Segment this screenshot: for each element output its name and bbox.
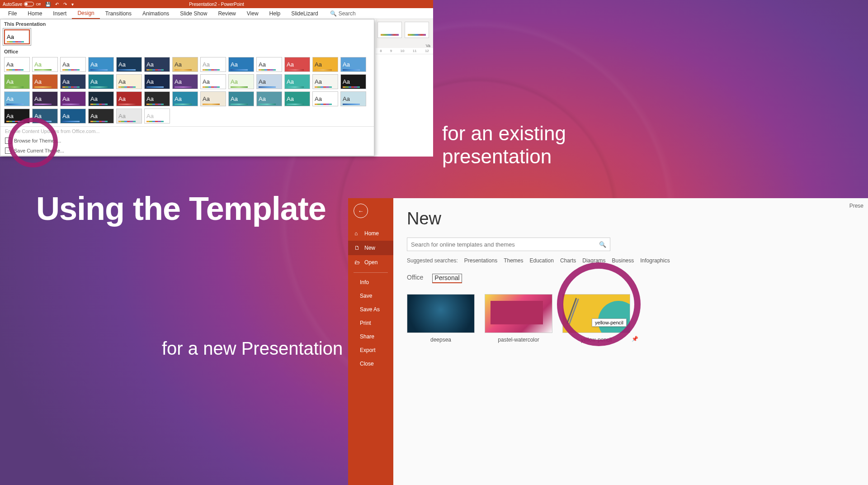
pin-icon[interactable]: 📌 (632, 336, 638, 342)
ribbon-tab-file[interactable]: File (3, 9, 22, 19)
browse-for-themes-item[interactable]: ▫ Browse for Themes... (0, 136, 374, 146)
theme-sample-text: Aa (259, 96, 282, 102)
theme-thumb[interactable]: Aa (60, 109, 86, 124)
template-yellow-pencil[interactable]: yellow-pencilyellow-pencil📌 (562, 294, 630, 343)
theme-thumb[interactable]: Aa (116, 109, 142, 124)
qat-more-icon[interactable]: ▾ (71, 2, 74, 7)
nav-info[interactable]: Info (348, 276, 393, 289)
suggested-search-education[interactable]: Education (530, 257, 554, 264)
theme-thumb[interactable]: Aa (4, 91, 30, 106)
theme-thumb[interactable]: Aa (284, 91, 310, 106)
theme-thumb[interactable]: Aa (144, 109, 170, 124)
theme-thumb[interactable]: Aa (228, 57, 254, 72)
theme-thumb[interactable]: Aa (340, 74, 366, 89)
search-icon[interactable]: 🔍 (599, 241, 606, 248)
theme-thumb[interactable]: Aa (88, 109, 114, 124)
theme-thumb[interactable]: Aa (4, 74, 30, 89)
theme-thumb[interactable]: Aa (116, 74, 142, 89)
ribbon-tab-animations[interactable]: Animations (137, 9, 175, 19)
ribbon-tab-help[interactable]: Help (264, 9, 286, 19)
theme-thumb[interactable]: Aa (256, 57, 282, 72)
theme-thumb[interactable]: Aa (256, 74, 282, 89)
theme-thumb[interactable]: Aa (144, 91, 170, 106)
suggested-search-diagrams[interactable]: Diagrams (582, 257, 605, 264)
ribbon-tab-view[interactable]: View (241, 9, 264, 19)
undo-icon[interactable]: ↶ (55, 2, 59, 7)
suggested-search-infographics[interactable]: Infographics (640, 257, 670, 264)
template-search[interactable]: 🔍 (407, 238, 610, 251)
nav-share[interactable]: Share (348, 330, 393, 343)
suggested-search-charts[interactable]: Charts (560, 257, 576, 264)
theme-thumb[interactable]: Aa (32, 109, 58, 124)
theme-thumb[interactable]: Aa (60, 74, 86, 89)
theme-thumb[interactable]: Aa (284, 74, 310, 89)
theme-thumb[interactable]: Aa (172, 91, 198, 106)
nav-print[interactable]: Print (348, 316, 393, 330)
theme-thumb[interactable]: Aa (340, 57, 366, 72)
search-input[interactable] (411, 241, 599, 248)
theme-thumb[interactable]: Aa (284, 57, 310, 72)
back-button[interactable]: ← (354, 204, 368, 218)
nav-open[interactable]: 🗁 Open (348, 255, 393, 270)
theme-thumb[interactable]: Aa (312, 57, 338, 72)
theme-thumb[interactable]: Aa (4, 57, 30, 72)
suggested-search-presentations[interactable]: Presentations (464, 257, 497, 264)
suggested-search-business[interactable]: Business (612, 257, 634, 264)
template-thumb (562, 294, 630, 333)
theme-thumb[interactable]: Aa (144, 57, 170, 72)
theme-thumb[interactable]: Aa (60, 91, 86, 106)
theme-thumb[interactable]: Aa (32, 91, 58, 106)
theme-thumb[interactable]: Aa (228, 91, 254, 106)
ribbon-tab-review[interactable]: Review (212, 9, 241, 19)
ribbon-tab-insert[interactable]: Insert (47, 9, 72, 19)
theme-thumb[interactable]: Aa (172, 57, 198, 72)
theme-thumb[interactable]: Aa (88, 57, 114, 72)
theme-thumb[interactable]: Aa (200, 91, 226, 106)
nav-save[interactable]: Save (348, 289, 393, 303)
save-icon[interactable]: 💾 (45, 2, 51, 7)
tab-office[interactable]: Office (407, 274, 423, 283)
theme-thumb[interactable]: Aa (312, 74, 338, 89)
save-current-theme-item[interactable]: ▫ Save Current Theme... (0, 146, 374, 156)
nav-saveas[interactable]: Save As (348, 303, 393, 316)
nav-close[interactable]: Close (348, 357, 393, 371)
theme-thumb[interactable]: Aa (4, 109, 30, 124)
template-deepsea[interactable]: deepsea (407, 294, 475, 343)
ribbon-tab-slidelizard[interactable]: SlideLizard (286, 9, 323, 19)
theme-thumb[interactable]: Aa (340, 91, 366, 106)
ribbon-tab-design[interactable]: Design (72, 8, 99, 19)
autosave-toggle[interactable]: AutoSave Off (3, 2, 41, 7)
ribbon-search[interactable]: 🔍Search (330, 10, 356, 17)
ribbon-tab-transitions[interactable]: Transitions (100, 9, 137, 19)
theme-thumb[interactable]: Aa (32, 74, 58, 89)
theme-thumb[interactable]: Aa (172, 74, 198, 89)
tab-personal[interactable]: Personal (432, 274, 462, 283)
theme-thumb[interactable]: Aa (256, 91, 282, 106)
theme-sample-text: Aa (175, 62, 198, 67)
theme-thumb[interactable]: Aa (228, 74, 254, 89)
theme-thumb[interactable]: Aa (116, 91, 142, 106)
theme-thumb[interactable]: Aa (88, 74, 114, 89)
template-name: deepsea (430, 337, 451, 343)
theme-thumb[interactable]: Aa (116, 57, 142, 72)
ruler-mark: 12 (425, 49, 429, 53)
ribbon-tab-home[interactable]: Home (22, 9, 47, 19)
theme-thumb[interactable]: Aa (88, 91, 114, 106)
theme-thumb[interactable]: Aa (312, 91, 338, 106)
theme-thumb[interactable]: Aa (200, 74, 226, 89)
theme-thumb[interactable]: Aa (144, 74, 170, 89)
theme-thumb[interactable]: Aa (60, 57, 86, 72)
theme-thumb[interactable]: Aa (32, 57, 58, 72)
theme-thumb-current[interactable]: Aa (4, 29, 30, 44)
variant-thumb[interactable] (377, 22, 402, 38)
ribbon-tab-slideshow[interactable]: Slide Show (175, 9, 212, 19)
suggested-search-themes[interactable]: Themes (504, 257, 523, 264)
variant-thumb[interactable] (405, 22, 429, 38)
redo-icon[interactable]: ↷ (63, 2, 67, 7)
theme-thumb[interactable]: Aa (200, 57, 226, 72)
template-pastel-watercolor[interactable]: pastel-watercolor (485, 294, 552, 343)
nav-home[interactable]: ⌂ Home (348, 226, 393, 241)
autosave-switch-icon[interactable] (24, 2, 34, 6)
nav-export[interactable]: Export (348, 343, 393, 357)
nav-new[interactable]: 🗋 New (348, 241, 393, 255)
